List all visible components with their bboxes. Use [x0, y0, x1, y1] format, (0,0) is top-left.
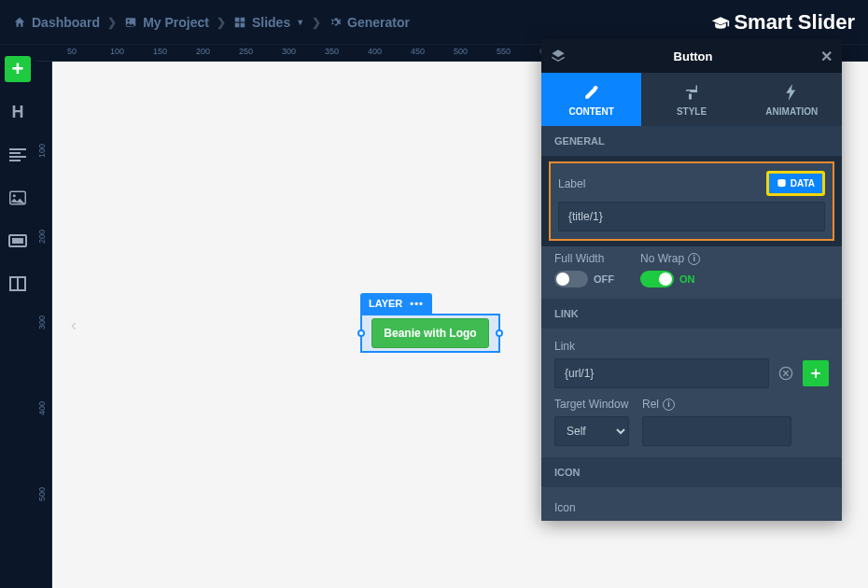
- tab-animation[interactable]: ANIMATION: [742, 73, 842, 126]
- full-width-state: OFF: [594, 273, 614, 285]
- clear-icon: [778, 366, 793, 381]
- breadcrumb-label: Dashboard: [32, 15, 100, 30]
- breadcrumb-dashboard[interactable]: Dashboard: [13, 15, 100, 30]
- image-icon: [124, 16, 137, 29]
- breadcrumb-project[interactable]: My Project: [124, 15, 209, 30]
- no-wrap-label: No Wrap i: [640, 252, 700, 265]
- add-link-button[interactable]: +: [803, 360, 829, 386]
- canvas-prev-button[interactable]: ‹: [62, 313, 86, 337]
- svg-point-11: [13, 194, 16, 197]
- properties-panel: Button ✕ CONTENT STYLE ANIMATION GENERAL: [541, 39, 842, 521]
- tab-label: ANIMATION: [765, 106, 818, 117]
- info-icon[interactable]: i: [663, 399, 675, 411]
- button-tool[interactable]: [5, 228, 31, 254]
- layers-icon[interactable]: [551, 49, 566, 63]
- brand-logo: Smart Slider: [711, 10, 855, 35]
- svg-rect-3: [241, 17, 245, 21]
- tab-style[interactable]: STYLE: [641, 73, 741, 126]
- rel-label: Rel i: [642, 398, 791, 411]
- rel-group: Rel i: [642, 398, 791, 446]
- resize-handle-left[interactable]: [357, 329, 365, 337]
- svg-rect-2: [235, 17, 240, 21]
- columns-tool[interactable]: [5, 271, 31, 297]
- button-element[interactable]: Beanie with Logo: [371, 318, 488, 348]
- no-wrap-switch-group: No Wrap i ON: [640, 252, 700, 287]
- target-window-label: Target Window: [554, 398, 629, 411]
- target-window-group: Target Window Self: [554, 398, 629, 446]
- grid-icon: [233, 16, 246, 29]
- breadcrumb-sep: ❯: [312, 16, 321, 29]
- panel-title: Button: [566, 49, 820, 63]
- layer-selection-box[interactable]: Beanie with Logo: [360, 314, 500, 353]
- layer-pill-label: LAYER: [369, 298, 402, 309]
- home-icon: [13, 16, 26, 29]
- icon-field-label: Icon: [554, 501, 576, 514]
- full-width-toggle[interactable]: [554, 271, 588, 287]
- close-icon[interactable]: ✕: [820, 48, 833, 65]
- breadcrumb-label: My Project: [143, 15, 209, 30]
- graduation-cap-icon: [711, 15, 730, 30]
- svg-rect-4: [235, 22, 240, 27]
- add-layer-button[interactable]: +: [5, 56, 31, 82]
- full-width-switch-group: Full Width OFF: [554, 252, 614, 287]
- panel-tabs: CONTENT STYLE ANIMATION: [541, 73, 842, 126]
- info-icon[interactable]: i: [688, 253, 700, 265]
- breadcrumb-label: Generator: [347, 15, 410, 30]
- target-window-select[interactable]: Self: [554, 416, 629, 446]
- section-general-head: GENERAL: [541, 126, 842, 156]
- text-align-tool[interactable]: [5, 142, 31, 168]
- svg-point-1: [128, 20, 130, 21]
- bolt-icon: [785, 84, 798, 101]
- clear-link-button[interactable]: [775, 366, 797, 381]
- breadcrumb-label: Slides: [252, 15, 290, 30]
- full-width-label: Full Width: [554, 252, 614, 265]
- resize-handle-right[interactable]: [496, 329, 503, 337]
- data-button[interactable]: DATA: [766, 171, 825, 196]
- panel-header: Button ✕: [541, 39, 842, 73]
- no-wrap-state: ON: [679, 273, 695, 285]
- breadcrumb: Dashboard ❯ My Project ❯ Slides ▼ ❯ Gene…: [13, 15, 410, 30]
- button-icon: [8, 234, 27, 247]
- brand-text: Smart Slider: [734, 10, 855, 35]
- ruler-vertical: 100 200 300 400 500: [35, 62, 52, 588]
- paint-icon: [683, 84, 700, 101]
- tab-label: CONTENT: [568, 106, 613, 117]
- svg-rect-13: [13, 239, 22, 243]
- gear-icon: [329, 16, 342, 29]
- columns-icon: [9, 276, 26, 291]
- image-tool[interactable]: [5, 185, 31, 211]
- chevron-down-icon: ▼: [296, 18, 304, 27]
- breadcrumb-sep: ❯: [107, 16, 117, 29]
- tab-content[interactable]: CONTENT: [541, 73, 641, 126]
- tab-label: STYLE: [677, 106, 707, 117]
- section-link-head: LINK: [541, 299, 842, 329]
- link-field-label: Link: [554, 340, 575, 353]
- breadcrumb-slides[interactable]: Slides ▼: [233, 15, 304, 30]
- selected-layer[interactable]: LAYER ••• Beanie with Logo: [360, 293, 500, 353]
- no-wrap-toggle[interactable]: [640, 271, 674, 287]
- sidebar-tools: + H: [0, 45, 35, 588]
- heading-tool[interactable]: H: [5, 99, 31, 125]
- align-icon: [9, 148, 26, 161]
- svg-rect-5: [241, 22, 245, 27]
- more-dots-icon: •••: [410, 298, 424, 309]
- panel-body[interactable]: GENERAL Label DATA Full Width: [541, 126, 842, 521]
- breadcrumb-sep: ❯: [217, 16, 226, 29]
- database-icon: [777, 178, 787, 189]
- label-input[interactable]: [558, 202, 825, 231]
- layer-pill[interactable]: LAYER •••: [360, 293, 432, 314]
- section-icon-head: ICON: [541, 457, 842, 487]
- label-field-label: Label: [558, 177, 585, 190]
- rel-input[interactable]: [642, 416, 791, 446]
- pencil-icon: [583, 84, 600, 101]
- label-field-highlight: Label DATA: [549, 161, 834, 241]
- breadcrumb-generator[interactable]: Generator: [329, 15, 410, 30]
- image-icon: [9, 190, 26, 205]
- topbar: Dashboard ❯ My Project ❯ Slides ▼ ❯ Gene…: [0, 0, 868, 45]
- link-input[interactable]: [554, 358, 769, 388]
